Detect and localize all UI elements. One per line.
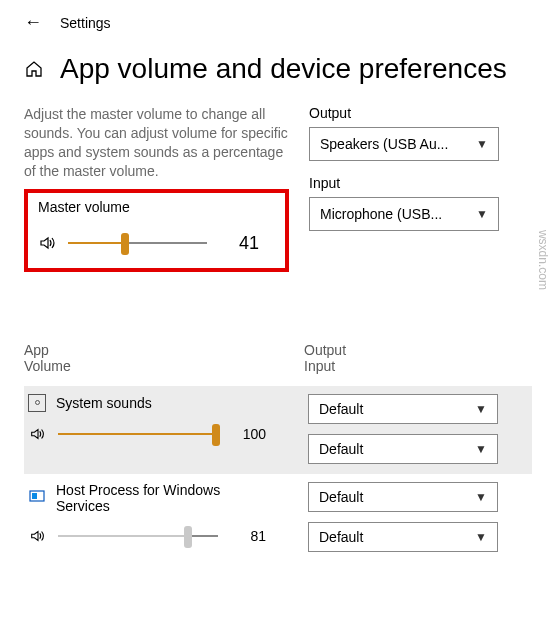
output-selected: Speakers (USB Au... [320, 136, 448, 152]
app-volume-value: 81 [238, 528, 266, 544]
output-label: Output [309, 105, 532, 121]
svg-rect-1 [32, 493, 37, 499]
app-input-dropdown[interactable]: Default ▼ [308, 522, 498, 552]
speaker-icon[interactable] [28, 424, 48, 444]
chevron-down-icon: ▼ [475, 530, 487, 544]
header-title: Settings [60, 15, 111, 31]
app-volume-value: 100 [238, 426, 266, 442]
app-input-selected: Default [319, 529, 363, 545]
master-volume-value: 41 [227, 233, 259, 254]
speaker-icon[interactable] [38, 233, 58, 253]
chevron-down-icon: ▼ [475, 490, 487, 504]
col-header-volume: Volume [24, 358, 304, 374]
host-process-icon [28, 489, 46, 507]
master-volume-label: Master volume [38, 199, 275, 215]
watermark: wsxdn.com [536, 229, 550, 289]
chevron-down-icon: ▼ [476, 137, 488, 151]
app-name: System sounds [56, 395, 152, 411]
output-dropdown[interactable]: Speakers (USB Au... ▼ [309, 127, 499, 161]
col-header-app: App [24, 342, 304, 358]
input-dropdown[interactable]: Microphone (USB... ▼ [309, 197, 499, 231]
app-output-dropdown[interactable]: Default ▼ [308, 394, 498, 424]
app-name: Host Process for Windows Services [56, 482, 256, 514]
table-row: Host Process for Windows Services 81 [24, 474, 532, 562]
master-volume-highlight: Master volume 41 [24, 189, 289, 272]
col-header-input: Input [304, 358, 532, 374]
chevron-down-icon: ▼ [475, 402, 487, 416]
col-header-output: Output [304, 342, 532, 358]
app-output-selected: Default [319, 489, 363, 505]
chevron-down-icon: ▼ [475, 442, 487, 456]
page-description: Adjust the master volume to change all s… [24, 105, 289, 181]
home-icon[interactable] [24, 59, 44, 79]
input-selected: Microphone (USB... [320, 206, 442, 222]
page-title: App volume and device preferences [60, 53, 507, 85]
chevron-down-icon: ▼ [476, 207, 488, 221]
app-volume-slider[interactable] [58, 426, 218, 442]
input-label: Input [309, 175, 532, 191]
app-input-selected: Default [319, 441, 363, 457]
speaker-icon[interactable] [28, 526, 48, 546]
back-button[interactable]: ← [24, 12, 42, 33]
app-input-dropdown[interactable]: Default ▼ [308, 434, 498, 464]
app-output-selected: Default [319, 401, 363, 417]
master-volume-slider[interactable] [68, 235, 207, 251]
system-sounds-icon [28, 394, 46, 412]
app-volume-slider[interactable] [58, 528, 218, 544]
table-row: System sounds 100 Default [24, 386, 532, 474]
app-output-dropdown[interactable]: Default ▼ [308, 482, 498, 512]
